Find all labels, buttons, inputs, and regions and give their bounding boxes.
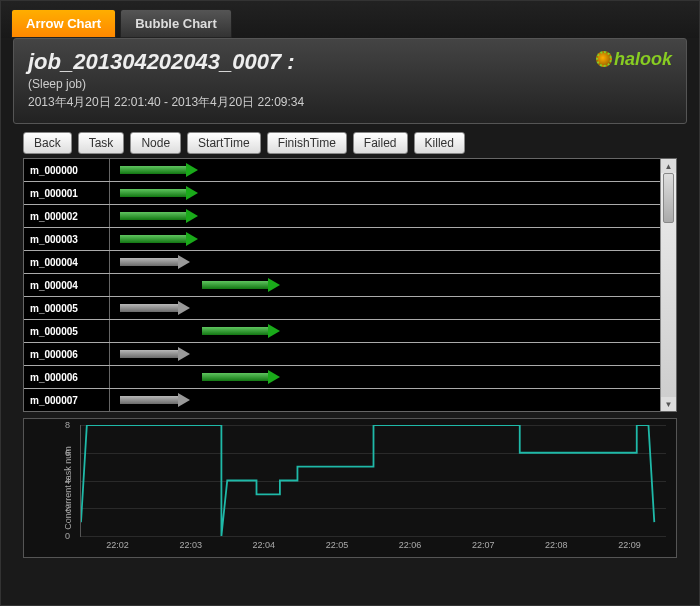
task-arrow (202, 281, 270, 289)
task-row: m_000001 (24, 182, 660, 205)
tab-arrow-chart[interactable]: Arrow Chart (11, 9, 116, 38)
task-label: m_000003 (24, 228, 110, 250)
task-label: m_000004 (24, 274, 110, 296)
chart-ytick: 8 (65, 420, 70, 430)
task-arrow (120, 304, 180, 312)
chart-ytick: 6 (65, 448, 70, 458)
chart-xtick: 22:08 (545, 540, 568, 550)
task-label: m_000004 (24, 251, 110, 273)
arrow-head-icon (268, 278, 280, 292)
arrow-head-icon (186, 186, 198, 200)
task-label: m_000001 (24, 182, 110, 204)
back-button[interactable]: Back (23, 132, 72, 154)
finishtime-button[interactable]: FinishTime (267, 132, 347, 154)
job-title: job_201304202043_0007 : (28, 49, 672, 75)
chart-ytick: 2 (65, 503, 70, 513)
task-label: m_000007 (24, 389, 110, 411)
arrow-head-icon (268, 370, 280, 384)
arrow-head-icon (178, 393, 190, 407)
concurrent-chart: Concurrent task num 0246822:0222:0322:04… (23, 418, 677, 558)
task-row: m_000003 (24, 228, 660, 251)
arrow-gantt: m_000000m_000001m_000002m_000003m_000004… (23, 158, 677, 412)
task-label: m_000002 (24, 205, 110, 227)
arrow-head-icon (178, 255, 190, 269)
killed-button[interactable]: Killed (414, 132, 465, 154)
chart-xtick: 22:03 (179, 540, 202, 550)
chart-ytick: 0 (65, 531, 70, 541)
job-time-range: 2013年4月20日 22:01:40 - 2013年4月20日 22:09:3… (28, 93, 672, 111)
chart-line (81, 425, 666, 536)
job-header: halook job_201304202043_0007 : (Sleep jo… (13, 38, 687, 124)
chart-ytick: 4 (65, 476, 70, 486)
task-arrow (120, 396, 180, 404)
task-arrow (120, 189, 188, 197)
task-arrow (202, 373, 270, 381)
task-row: m_000007 (24, 389, 660, 411)
chart-ylabel: Concurrent task num (63, 446, 73, 530)
scroll-thumb[interactable] (663, 173, 674, 223)
task-row: m_000000 (24, 159, 660, 182)
node-button[interactable]: Node (130, 132, 181, 154)
task-arrow (120, 258, 180, 266)
task-row: m_000005 (24, 320, 660, 343)
chart-xtick: 22:04 (253, 540, 276, 550)
task-label: m_000005 (24, 297, 110, 319)
app-logo: halook (596, 49, 672, 70)
starttime-button[interactable]: StartTime (187, 132, 261, 154)
arrow-head-icon (268, 324, 280, 338)
arrow-head-icon (178, 301, 190, 315)
arrow-head-icon (186, 209, 198, 223)
logo-icon (596, 51, 612, 67)
task-button[interactable]: Task (78, 132, 125, 154)
task-row: m_000006 (24, 366, 660, 389)
arrow-head-icon (186, 232, 198, 246)
task-label: m_000005 (24, 320, 110, 342)
tab-bubble-chart[interactable]: Bubble Chart (120, 9, 232, 38)
task-label: m_000006 (24, 343, 110, 365)
chart-xtick: 22:05 (326, 540, 349, 550)
task-arrow (120, 212, 188, 220)
task-row: m_000004 (24, 251, 660, 274)
task-arrow (120, 235, 188, 243)
task-arrow (202, 327, 270, 335)
task-label: m_000006 (24, 366, 110, 388)
job-subtitle: (Sleep job) (28, 75, 672, 93)
chart-xtick: 22:06 (399, 540, 422, 550)
task-row: m_000004 (24, 274, 660, 297)
arrow-head-icon (186, 163, 198, 177)
vertical-scrollbar[interactable]: ▲ ▼ (660, 159, 676, 411)
failed-button[interactable]: Failed (353, 132, 408, 154)
chart-xtick: 22:02 (106, 540, 129, 550)
scroll-down-icon[interactable]: ▼ (661, 397, 676, 411)
task-row: m_000002 (24, 205, 660, 228)
task-arrow (120, 166, 188, 174)
arrow-head-icon (178, 347, 190, 361)
chart-xtick: 22:07 (472, 540, 495, 550)
task-row: m_000006 (24, 343, 660, 366)
task-label: m_000000 (24, 159, 110, 181)
task-arrow (120, 350, 180, 358)
chart-xtick: 22:09 (618, 540, 641, 550)
task-row: m_000005 (24, 297, 660, 320)
scroll-up-icon[interactable]: ▲ (661, 159, 676, 173)
